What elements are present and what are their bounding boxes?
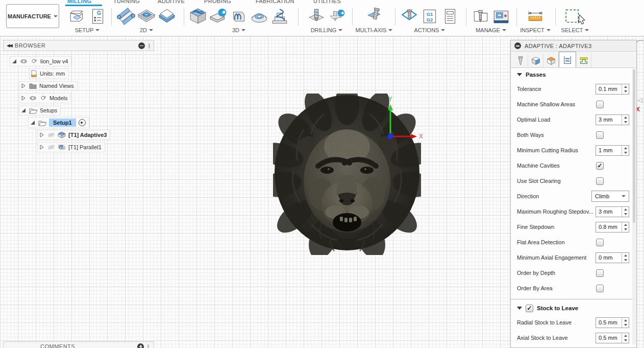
machine-shallow-areas-checkbox[interactable] xyxy=(596,101,604,108)
tab-fabrication[interactable]: FABRICATION xyxy=(256,0,294,4)
axial-stock-to-leave-input[interactable]: 0.5 mm xyxy=(596,333,629,343)
group-label-actions[interactable]: ACTIONS xyxy=(414,27,445,33)
post-process-icon[interactable]: G1 G2 xyxy=(420,7,439,26)
stock-to-leave-section-header[interactable]: ✓ Stock to Leave xyxy=(511,301,636,315)
drill-icon[interactable] xyxy=(307,7,326,26)
minimize-panel-icon[interactable] xyxy=(138,42,145,49)
tolerance-input[interactable]: 0.1 mm xyxy=(596,84,629,95)
section-collapse-icon[interactable] xyxy=(517,73,522,76)
use-slot-clearing-checkbox[interactable] xyxy=(596,177,604,185)
machine-cavities-checkbox[interactable]: ✓ xyxy=(596,162,604,170)
expander-expanded-icon[interactable] xyxy=(11,58,17,64)
optimal-load-input[interactable]: 3 mm xyxy=(596,114,629,125)
expander-collapsed-icon[interactable] xyxy=(20,95,27,101)
comments-bar[interactable]: COMMENTS ∥ xyxy=(3,341,154,348)
expander-collapsed-icon[interactable] xyxy=(20,83,27,89)
maximum-roughing-stepdown-input[interactable]: 3 mm xyxy=(596,206,629,217)
tree-item-setup1[interactable]: Setup1 xyxy=(3,117,154,129)
origin-triad[interactable]: Y X xyxy=(375,95,424,144)
minimum-cutting-radius-input[interactable]: 1 mm xyxy=(596,145,629,156)
expander-collapsed-icon[interactable] xyxy=(39,132,45,138)
group-label-multi-axis[interactable]: MULTI-AXIS xyxy=(356,27,393,33)
panel-grip[interactable]: ∥ xyxy=(148,43,151,49)
spinner-arrows[interactable] xyxy=(622,146,629,155)
nc-program-icon[interactable]: G xyxy=(88,7,107,26)
viewcube-home-arrow[interactable]: ◁ xyxy=(637,96,642,104)
add-comment-icon[interactable] xyxy=(137,343,144,348)
direction-select[interactable]: Climb xyxy=(591,191,629,202)
spinner-arrows[interactable] xyxy=(622,333,629,343)
group-label-inspect[interactable]: INSPECT xyxy=(520,27,551,33)
expander-expanded-icon[interactable] xyxy=(30,120,36,126)
both-ways-checkbox[interactable] xyxy=(596,131,604,139)
swarf-icon[interactable] xyxy=(365,7,383,26)
spinner-arrows[interactable] xyxy=(622,222,629,232)
section-collapse-icon[interactable] xyxy=(517,307,522,310)
flat-area-detection-checkbox[interactable] xyxy=(596,239,604,246)
eye-hidden-icon[interactable] xyxy=(47,144,55,150)
workspace-switcher-button[interactable]: MANUFACTURE xyxy=(6,4,59,28)
tab-probing[interactable]: PROBING xyxy=(204,0,231,4)
scrollbar-thumb[interactable] xyxy=(633,69,635,223)
tree-item-label-selected[interactable]: Setup1 xyxy=(49,119,76,127)
group-label-setup[interactable]: SETUP xyxy=(75,27,100,33)
tool-library-icon[interactable] xyxy=(472,7,490,26)
adaptive-clearing-icon[interactable] xyxy=(189,7,207,26)
panel-grip[interactable]: ∥ xyxy=(147,344,150,348)
spinner-arrows[interactable] xyxy=(622,115,629,125)
group-label-drilling[interactable]: DRILLING xyxy=(311,27,343,33)
minimum-axial-engagement-input[interactable]: 0 mm xyxy=(596,252,629,263)
tab-geometry[interactable] xyxy=(528,54,543,67)
setup-sheet-icon[interactable] xyxy=(441,7,459,26)
tree-item-adaptive3[interactable]: [T1] Adaptive3 xyxy=(3,129,154,141)
stock-to-leave-checkbox[interactable]: ✓ xyxy=(526,305,533,312)
spinner-arrows[interactable] xyxy=(622,253,629,263)
tree-item-parallel1[interactable]: [T1] Parallel1 xyxy=(3,141,154,153)
scallop-icon[interactable] xyxy=(250,7,268,26)
spinner-arrows[interactable] xyxy=(622,207,629,217)
dialog-header[interactable]: ADAPTIVE : ADAPTIVE3 xyxy=(511,40,636,52)
eye-visible-icon[interactable] xyxy=(29,95,37,101)
simulate-icon[interactable] xyxy=(400,7,418,26)
spiral-icon[interactable] xyxy=(270,7,289,26)
eye-visible-icon[interactable] xyxy=(20,58,28,64)
tab-milling[interactable]: MILLING xyxy=(67,0,91,4)
group-label-select[interactable]: SELECT xyxy=(561,27,589,33)
eye-hidden-icon[interactable] xyxy=(47,132,55,138)
tree-item-setups[interactable]: Setups xyxy=(3,104,154,117)
fine-stepdown-input[interactable]: 0.8 mm xyxy=(596,222,629,233)
active-setup-indicator-icon[interactable] xyxy=(79,119,86,126)
group-label-2d[interactable]: 2D xyxy=(140,27,153,33)
tab-tool[interactable] xyxy=(513,54,528,67)
collapse-panel-icon[interactable]: ◀◀ xyxy=(7,43,12,48)
dialog-scrollbar[interactable] xyxy=(632,68,636,344)
spinner-arrows[interactable] xyxy=(622,318,629,328)
spinner-arrows[interactable] xyxy=(622,84,629,94)
tab-utilities[interactable]: UTILITIES xyxy=(313,0,341,4)
select-icon[interactable] xyxy=(563,7,587,26)
tab-linking[interactable] xyxy=(576,54,591,67)
minimize-dialog-icon[interactable] xyxy=(514,42,521,49)
expander-collapsed-icon[interactable] xyxy=(39,144,45,150)
group-label-3d[interactable]: 3D xyxy=(232,27,245,33)
machine-library-icon[interactable] xyxy=(492,7,510,26)
browser-header[interactable]: ◀◀ BROWSER ∥ xyxy=(3,40,154,51)
passes-section-header[interactable]: Passes xyxy=(511,68,636,81)
order-by-area-checkbox[interactable] xyxy=(596,285,604,292)
order-by-depth-checkbox[interactable] xyxy=(596,269,604,277)
parallel-icon[interactable] xyxy=(230,7,248,26)
measure-icon[interactable] xyxy=(526,7,544,26)
tab-heights[interactable] xyxy=(543,54,559,67)
radial-stock-to-leave-input[interactable]: 0.5 mm xyxy=(596,317,629,328)
new-setup-icon[interactable] xyxy=(68,7,86,26)
contour-2d-icon[interactable] xyxy=(158,7,176,26)
tab-passes[interactable] xyxy=(559,52,576,67)
tree-item-named-views[interactable]: Named Views xyxy=(3,80,154,92)
expander-expanded-icon[interactable] xyxy=(20,107,27,113)
tree-item-units[interactable]: Units: mm xyxy=(3,67,154,80)
tree-item-document[interactable]: lion_low v4 xyxy=(3,55,154,67)
drill-preset-icon[interactable] xyxy=(328,7,346,26)
face-milling-icon[interactable] xyxy=(117,7,135,26)
pocket-clearing-icon[interactable] xyxy=(209,7,228,26)
tab-turning[interactable]: TURNING xyxy=(113,0,140,4)
